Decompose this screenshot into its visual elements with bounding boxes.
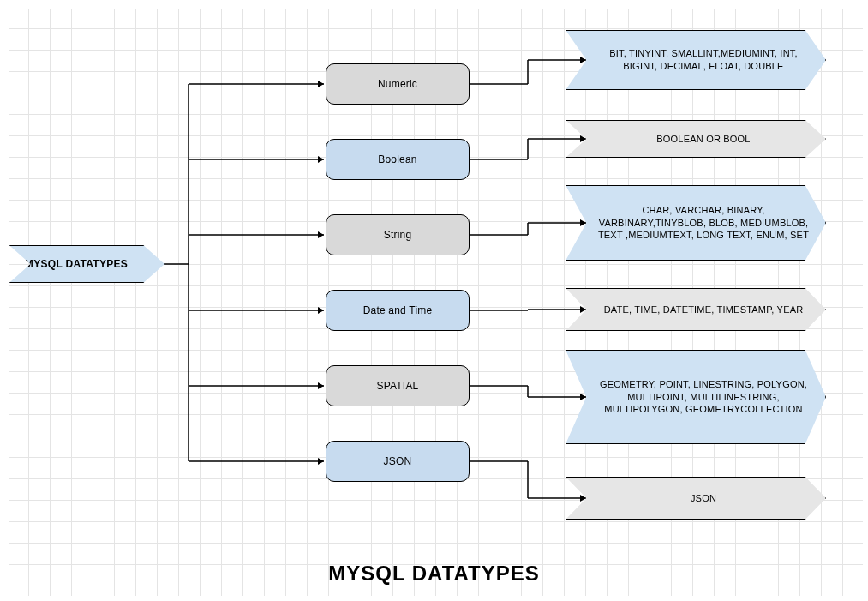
category-label: Numeric [378, 78, 417, 90]
category-spatial: SPATIAL [326, 365, 470, 406]
datetime-detail: DATE, TIME, DATETIME, TIMESTAMP, YEAR [566, 288, 826, 331]
category-numeric: Numeric [326, 63, 470, 105]
category-label: Boolean [378, 153, 416, 165]
detail-text: JSON [691, 492, 716, 505]
category-label: SPATIAL [377, 380, 419, 392]
svg-marker-7 [318, 231, 324, 238]
string-detail: CHAR, VARCHAR, BINARY, VARBINARY,TINYBLO… [566, 185, 826, 261]
category-label: String [384, 229, 412, 241]
category-string: String [326, 214, 470, 255]
category-boolean: Boolean [326, 139, 470, 180]
svg-marker-3 [318, 81, 324, 87]
svg-marker-11 [318, 382, 324, 389]
category-json: JSON [326, 441, 470, 482]
root-label: MYSQL DATATYPES [25, 258, 128, 270]
svg-marker-9 [318, 307, 324, 314]
boolean-detail: BOOLEAN OR BOOL [566, 120, 826, 158]
detail-text: GEOMETRY, POINT, LINESTRING, POLYGON, MU… [597, 378, 810, 417]
numeric-detail: BIT, TINYINT, SMALLINT,MEDIUMINT, INT, B… [566, 30, 826, 90]
category-label: Date and Time [363, 304, 433, 316]
detail-text: BOOLEAN OR BOOL [656, 133, 750, 146]
svg-marker-32 [580, 394, 586, 400]
json-detail: JSON [566, 477, 826, 520]
detail-text: DATE, TIME, DATETIME, TIMESTAMP, YEAR [604, 304, 804, 316]
diagram-title: MYSQL DATATYPES [0, 562, 868, 586]
svg-marker-13 [318, 458, 324, 465]
detail-text: BIT, TINYINT, SMALLINT,MEDIUMINT, INT, B… [597, 47, 810, 73]
spatial-detail: GEOMETRY, POINT, LINESTRING, POLYGON, MU… [566, 350, 826, 444]
category-label: JSON [384, 455, 412, 467]
category-datetime: Date and Time [326, 290, 470, 331]
diagram-canvas: MYSQL DATATYPES NumericBooleanStringDate… [0, 0, 868, 601]
detail-text: CHAR, VARCHAR, BINARY, VARBINARY,TINYBLO… [597, 204, 810, 243]
svg-marker-5 [318, 156, 324, 163]
